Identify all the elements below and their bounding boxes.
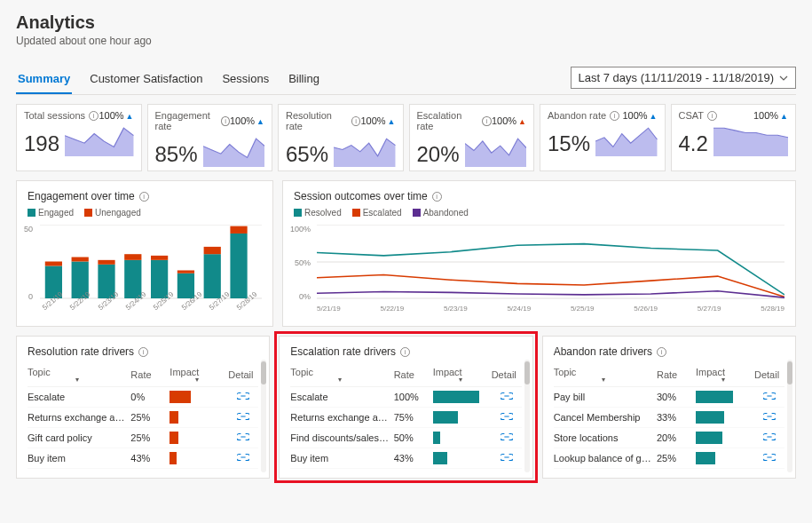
col-impact[interactable]: Impact▾ (169, 367, 225, 383)
engagement-y-axis: 50 0 (24, 225, 33, 301)
topic-cell: Gift card policy (28, 432, 127, 443)
col-topic[interactable]: Topic▾ (554, 367, 653, 383)
info-icon[interactable]: i (432, 192, 442, 202)
col-rate[interactable]: Rate (657, 369, 692, 380)
col-detail[interactable]: Detail (754, 369, 784, 380)
info-icon[interactable]: i (221, 116, 230, 126)
impact-bar (433, 432, 488, 444)
rate-cell: 75% (394, 412, 430, 423)
detail-link-icon[interactable] (228, 453, 258, 464)
svg-rect-17 (151, 256, 168, 260)
table-row: Lookup balance of gift... 25% (554, 448, 784, 469)
info-icon[interactable]: i (138, 347, 148, 357)
table-row: Store locations 20% (554, 428, 784, 448)
table-header: Topic▾ Rate Impact▾ Detail (28, 363, 258, 387)
col-detail[interactable]: Detail (492, 369, 522, 380)
kpi-card: Resolution ratei 100%▲ 65% (278, 104, 404, 171)
resolution-drivers-table: Topic▾ Rate Impact▾ Detail Escalate 0% R… (28, 363, 258, 469)
rate-cell: 43% (130, 453, 166, 464)
kpi-percent: 100% (753, 110, 778, 121)
kpi-sparkline (713, 124, 788, 156)
col-topic[interactable]: Topic▾ (28, 367, 127, 383)
engagement-x-axis: 5/21/195/22/195/23/195/24/195/25/195/26/… (28, 302, 262, 313)
impact-bar (169, 432, 225, 444)
date-range-picker[interactable]: Last 7 days (11/11/2019 - 11/18/2019) (571, 67, 796, 89)
tab-sessions[interactable]: Sessions (220, 67, 271, 94)
kpi-label: Engagement rate (155, 110, 218, 131)
trend-up-icon: ▲ (780, 112, 788, 121)
svg-rect-11 (72, 258, 89, 262)
info-icon[interactable]: i (400, 347, 410, 357)
svg-rect-21 (204, 247, 221, 254)
engagement-title: Engagement over time i (28, 190, 262, 202)
impact-bar (169, 411, 225, 424)
detail-link-icon[interactable] (228, 412, 258, 423)
topic-cell: Escalate (28, 392, 127, 402)
detail-link-icon[interactable] (754, 412, 784, 423)
topic-cell: Cancel Membership (554, 412, 653, 423)
info-icon[interactable]: i (482, 116, 492, 126)
trend-up-icon: ▲ (256, 117, 264, 126)
info-icon[interactable]: i (610, 111, 619, 121)
col-impact[interactable]: Impact▾ (696, 367, 751, 383)
tabs-row: Summary Customer Satisfaction Sessions B… (16, 67, 796, 95)
detail-link-icon[interactable] (228, 392, 258, 402)
escalation-drivers-table: Topic▾ Rate Impact▾ Detail Escalate 100%… (290, 363, 521, 469)
drivers-row: Resolution rate driversi Topic▾ Rate Imp… (16, 336, 796, 479)
table-header: Topic▾ Rate Impact▾ Detail (290, 363, 521, 387)
detail-link-icon[interactable] (228, 432, 258, 443)
info-icon[interactable]: i (139, 192, 149, 202)
table-row: Pay bill 30% (554, 387, 784, 408)
tab-customer-satisfaction[interactable]: Customer Satisfaction (88, 67, 204, 94)
resolution-drivers-card: Resolution rate driversi Topic▾ Rate Imp… (16, 336, 270, 479)
outcomes-line-chart (317, 225, 784, 299)
rate-cell: 25% (130, 432, 166, 443)
detail-link-icon[interactable] (754, 392, 784, 402)
detail-link-icon[interactable] (492, 453, 522, 464)
col-impact[interactable]: Impact▾ (433, 367, 488, 383)
topic-cell: Buy item (28, 453, 127, 464)
kpi-label: CSAT (679, 110, 705, 121)
info-icon[interactable]: i (707, 111, 717, 121)
table-row: Gift card policy 25% (28, 428, 258, 448)
info-icon[interactable]: i (351, 116, 361, 126)
detail-link-icon[interactable] (492, 432, 522, 443)
table-row: Cancel Membership 33% (554, 408, 784, 428)
kpi-percent: 100% (230, 115, 255, 126)
engagement-legend: Engaged Unengaged (28, 208, 262, 218)
svg-marker-2 (334, 139, 395, 167)
kpi-value: 198 (24, 131, 59, 156)
scrollbar[interactable] (524, 360, 530, 472)
engagement-bar-chart (40, 225, 262, 299)
kpi-card: Escalation ratei 100%▲ 20% (409, 104, 535, 171)
detail-link-icon[interactable] (492, 412, 522, 423)
detail-link-icon[interactable] (754, 432, 784, 443)
kpi-card: Abandon ratei 100%▲ 15% (540, 104, 666, 171)
svg-rect-9 (45, 262, 62, 266)
table-row: Returns exchange and r... 75% (290, 408, 521, 428)
info-icon[interactable]: i (89, 111, 99, 121)
topic-cell: Buy item (290, 453, 390, 464)
rate-cell: 25% (130, 412, 166, 423)
kpi-value: 20% (417, 142, 460, 167)
svg-rect-23 (230, 226, 247, 234)
detail-link-icon[interactable] (754, 453, 784, 464)
kpi-label: Abandon rate (548, 110, 606, 121)
col-detail[interactable]: Detail (228, 369, 258, 380)
col-rate[interactable]: Rate (394, 369, 430, 380)
outcomes-x-axis: 5/21/195/22/195/23/195/24/195/25/195/26/… (294, 302, 784, 313)
tab-summary[interactable]: Summary (16, 67, 72, 94)
svg-marker-4 (595, 128, 657, 156)
col-topic[interactable]: Topic▾ (290, 367, 390, 383)
topic-cell: Returns exchange and re... (28, 412, 127, 423)
detail-link-icon[interactable] (492, 392, 522, 402)
rate-cell: 33% (657, 412, 692, 423)
topic-cell: Pay bill (554, 392, 653, 402)
tab-billing[interactable]: Billing (287, 67, 321, 94)
scrollbar[interactable] (261, 360, 266, 472)
info-icon[interactable]: i (657, 347, 666, 357)
scrollbar[interactable] (787, 360, 792, 472)
svg-marker-1 (203, 139, 264, 167)
col-rate[interactable]: Rate (130, 369, 166, 380)
impact-bar (696, 411, 751, 424)
